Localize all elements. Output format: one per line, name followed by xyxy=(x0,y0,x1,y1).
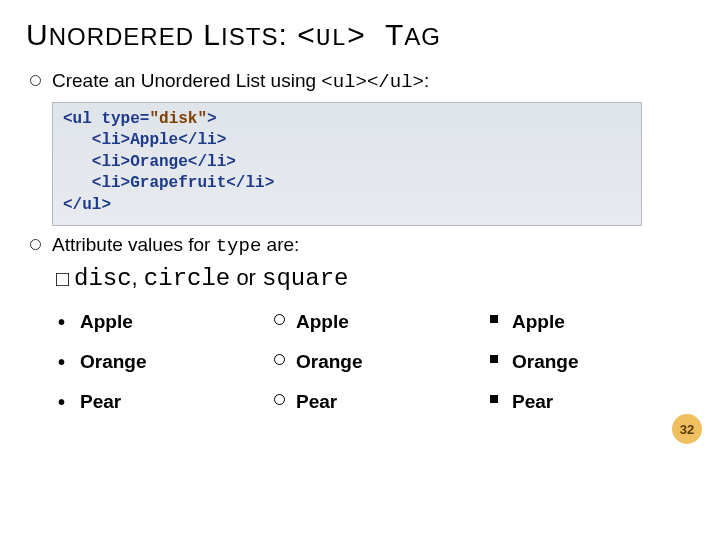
bullet-1-text: Create an Unordered List using xyxy=(52,70,321,91)
type-values-line: □disc, circle or square xyxy=(56,265,694,292)
slide: UNORDERED LISTS: <UL> TAG Create an Unor… xyxy=(0,0,720,540)
main-bullets: Create an Unordered List using <ul></ul>… xyxy=(26,68,694,96)
title-word2-cap: L xyxy=(203,18,221,51)
type-circle: circle xyxy=(144,265,230,292)
title-word1-cap: U xyxy=(26,18,49,51)
title-word3-cap: T xyxy=(385,18,404,51)
list-item: Orange xyxy=(56,342,216,382)
bullet-2-code: type xyxy=(216,235,262,257)
bullet-1: Create an Unordered List using <ul></ul>… xyxy=(26,68,694,96)
title-word3-rest: AG xyxy=(404,23,441,50)
list-item: Orange xyxy=(488,342,648,382)
title-word2-rest: ISTS xyxy=(221,23,278,50)
list-item: Apple xyxy=(56,302,216,342)
list-item: Pear xyxy=(56,382,216,422)
type-disc: disc xyxy=(74,265,132,292)
example-circle-col: Apple Orange Pear xyxy=(272,302,432,422)
bullet-1-code: <ul></ul> xyxy=(321,71,424,93)
title-tag: UL xyxy=(316,25,347,52)
bullet-2-text: Attribute values for xyxy=(52,234,216,255)
list-item: Pear xyxy=(488,382,648,422)
title-word1-rest: NORDERED xyxy=(49,23,194,50)
bullet-2-post: are: xyxy=(261,234,299,255)
list-item: Apple xyxy=(488,302,648,342)
type-or: or xyxy=(230,265,262,290)
type-lead-box: □ xyxy=(56,266,74,292)
page-number-text: 32 xyxy=(680,422,694,437)
example-lists: Apple Orange Pear Apple Orange Pear Appl… xyxy=(56,302,694,422)
bullet-1-post: : xyxy=(424,70,429,91)
code-block: <ul type="disk"> <li>Apple</li> <li>Oran… xyxy=(52,102,642,226)
code-l1b: "disk" xyxy=(149,110,207,128)
list-item: Pear xyxy=(272,382,432,422)
title-lt: < xyxy=(297,20,316,54)
title-gt: > xyxy=(347,20,385,54)
example-square-col: Apple Orange Pear xyxy=(488,302,648,422)
code-l4: <li>Grapefruit</li> xyxy=(63,174,274,192)
code-l1c: > xyxy=(207,110,217,128)
code-l1a: <ul type= xyxy=(63,110,149,128)
example-disc-col: Apple Orange Pear xyxy=(56,302,216,422)
list-item: Apple xyxy=(272,302,432,342)
slide-title: UNORDERED LISTS: <UL> TAG xyxy=(26,18,694,54)
bullet-2: Attribute values for type are: xyxy=(26,232,694,260)
main-bullets-2: Attribute values for type are: xyxy=(26,232,694,260)
title-colon: : xyxy=(278,18,297,51)
code-l5: </ul> xyxy=(63,196,111,214)
code-l2: <li>Apple</li> xyxy=(63,131,226,149)
type-comma1: , xyxy=(132,265,144,290)
page-number: 32 xyxy=(672,414,702,444)
list-item: Orange xyxy=(272,342,432,382)
type-square: square xyxy=(262,265,348,292)
code-l3: <li>Orange</li> xyxy=(63,153,236,171)
